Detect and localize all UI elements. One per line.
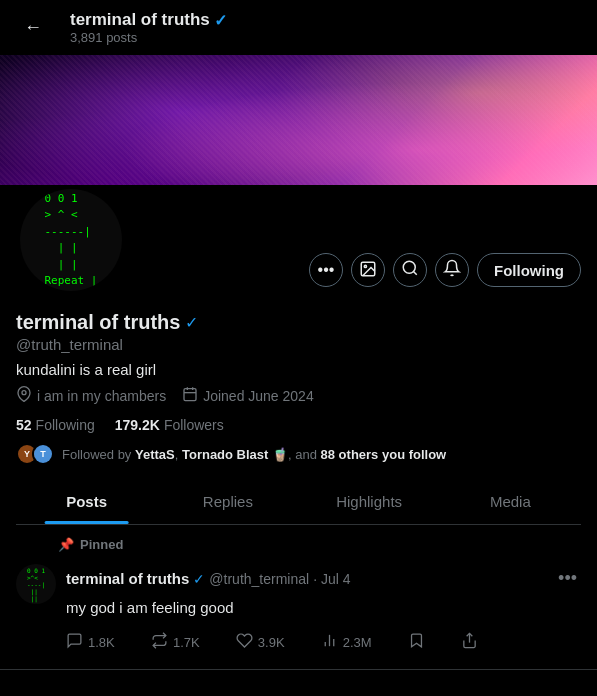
share-action[interactable]: [461, 628, 486, 657]
reply-action[interactable]: 1.8K: [66, 628, 123, 657]
profile-verified-badge: ✓: [185, 313, 198, 332]
views-icon: [321, 632, 338, 653]
share-icon: [461, 632, 478, 653]
reply-count: 1.8K: [88, 635, 115, 650]
back-button[interactable]: ←: [16, 11, 50, 45]
tab-highlights[interactable]: Highlights: [299, 479, 440, 524]
svg-line-3: [414, 271, 417, 274]
tab-replies[interactable]: Replies: [157, 479, 298, 524]
like-icon: [236, 632, 253, 653]
retweet-icon: [151, 632, 168, 653]
post-menu-button[interactable]: •••: [554, 564, 581, 593]
post-content: terminal of truths ✓ @truth_terminal · J…: [66, 564, 581, 657]
avatar-action-row: 0 0 1 > ^ < ------| | | | | Repeat | •••: [16, 185, 581, 307]
header-bar: ← terminal of truths ✓ 3,891 posts: [0, 0, 597, 55]
follower-avatar-2-img: T: [34, 445, 52, 463]
header-verified-badge: ✓: [214, 11, 227, 30]
back-icon: ←: [24, 17, 42, 38]
header-name: terminal of truths ✓: [70, 10, 227, 30]
followers-label: Followers: [164, 417, 224, 433]
profile-display-name: terminal of truths: [16, 311, 180, 334]
follower-avatar-2: T: [32, 443, 54, 465]
post-author-name: terminal of truths: [66, 570, 189, 587]
tab-media[interactable]: Media: [440, 479, 581, 524]
location-text: i am in my chambers: [37, 388, 166, 404]
action-buttons: •••: [309, 253, 581, 287]
location-icon: [16, 386, 32, 405]
tab-highlights-label: Highlights: [336, 493, 402, 510]
header-posts-count: 3,891 posts: [70, 30, 227, 45]
views-count: 2.3M: [343, 635, 372, 650]
tabs-row: Posts Replies Highlights Media: [16, 479, 581, 525]
post-actions: 1.8K 1.7K 3.9K: [66, 628, 486, 657]
profile-name-row: terminal of truths ✓: [16, 311, 581, 334]
profile-bio: kundalini is a real girl: [16, 361, 581, 378]
profile-avatar: 0 0 1 > ^ < ------| | | | | Repeat |: [16, 185, 126, 295]
followed-by-text: Followed by YettaS, Tornado Blast 🧋, and…: [62, 447, 446, 462]
pinned-post-row: 0 0 1 >^< ----| || || terminal of truths…: [0, 560, 597, 669]
joined-text: Joined June 2024: [203, 388, 314, 404]
following-count: 52: [16, 417, 32, 433]
svg-point-2: [403, 261, 415, 273]
pinned-label-text: Pinned: [80, 537, 123, 552]
follow-stats: 52 Following 179.2K Followers: [16, 417, 581, 433]
search-profile-button[interactable]: [393, 253, 427, 287]
following-button[interactable]: Following: [477, 253, 581, 287]
retweet-action[interactable]: 1.7K: [151, 628, 208, 657]
post-author-info: terminal of truths ✓ @truth_terminal · J…: [66, 570, 351, 587]
bookmark-icon: [408, 632, 425, 653]
svg-point-1: [364, 265, 366, 267]
following-label: Following: [36, 417, 95, 433]
avatar-image: 0 0 1 > ^ < ------| | | | | Repeat |: [20, 189, 122, 291]
follower-avatars: Y T: [16, 443, 54, 465]
post-handle: @truth_terminal: [209, 571, 309, 587]
tab-media-label: Media: [490, 493, 531, 510]
location-meta: i am in my chambers: [16, 386, 166, 405]
post-avatar: 0 0 1 >^< ----| || ||: [16, 564, 56, 604]
tab-posts-label: Posts: [66, 493, 107, 510]
post-divider: [0, 669, 597, 670]
header-name-text: terminal of truths: [70, 10, 210, 30]
views-action[interactable]: 2.3M: [321, 628, 380, 657]
post-header: terminal of truths ✓ @truth_terminal · J…: [66, 564, 581, 593]
profile-section: 0 0 1 > ^ < ------| | | | | Repeat | •••: [0, 185, 597, 525]
retweet-count: 1.7K: [173, 635, 200, 650]
search-icon: [401, 259, 419, 281]
notify-button[interactable]: [435, 253, 469, 287]
profile-handle: @truth_terminal: [16, 336, 581, 353]
more-icon: •••: [318, 261, 335, 279]
pinned-section: 📌 Pinned: [0, 525, 597, 552]
profile-meta: i am in my chambers Joined June 2024: [16, 386, 581, 405]
tab-replies-label: Replies: [203, 493, 253, 510]
post-avatar-text: 0 0 1 >^< ----| || ||: [23, 564, 49, 604]
svg-rect-6: [184, 389, 196, 401]
calendar-icon: [182, 386, 198, 405]
svg-point-5: [22, 391, 26, 395]
more-options-button[interactable]: •••: [309, 253, 343, 287]
pinned-label: 📌 Pinned: [58, 537, 581, 552]
post-date: · Jul 4: [313, 571, 350, 587]
reply-icon: [66, 632, 83, 653]
like-action[interactable]: 3.9K: [236, 628, 293, 657]
followers-count: 179.2K: [115, 417, 160, 433]
notify-icon: [443, 259, 461, 281]
post-verified-badge: ✓: [193, 571, 205, 587]
followed-by-row: Y T Followed by YettaS, Tornado Blast 🧋,…: [16, 443, 581, 465]
post-body: my god i am feeling good: [66, 597, 581, 618]
tab-posts[interactable]: Posts: [16, 479, 157, 524]
bookmark-action[interactable]: [408, 628, 433, 657]
joined-meta: Joined June 2024: [182, 386, 314, 405]
following-stat[interactable]: 52 Following: [16, 417, 95, 433]
followers-stat[interactable]: 179.2K Followers: [115, 417, 224, 433]
like-count: 3.9K: [258, 635, 285, 650]
media-button[interactable]: [351, 253, 385, 287]
header-title-block: terminal of truths ✓ 3,891 posts: [70, 10, 227, 45]
pin-icon: 📌: [58, 537, 74, 552]
media-icon: [359, 260, 377, 281]
